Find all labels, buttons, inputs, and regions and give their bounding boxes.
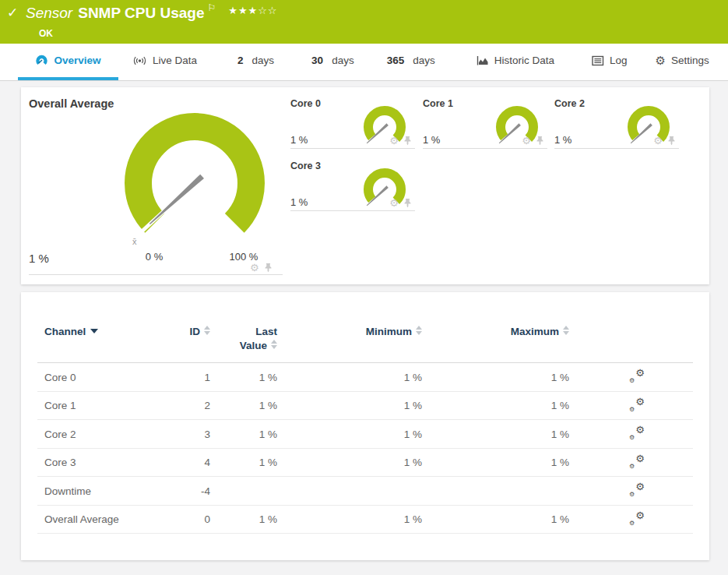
priority-flag-icon[interactable]: ⚐ bbox=[207, 2, 216, 13]
channel-minimum: 1 % bbox=[280, 420, 425, 449]
sensor-name: SNMP CPU Usage bbox=[78, 5, 204, 21]
live-broadcast-icon bbox=[132, 55, 147, 66]
table-row: Core 0 1 1 % 1 % 1 % ⚙⚙ bbox=[37, 363, 693, 392]
status-badge: OK bbox=[39, 28, 53, 39]
sort-icon bbox=[416, 326, 422, 335]
core-label: Core 0 bbox=[290, 98, 321, 109]
status-ok-check-icon: ✓ bbox=[7, 5, 18, 20]
sensor-header: ✓ SensorSNMP CPU Usage⚐★★★☆☆ OK bbox=[0, 0, 728, 44]
gauge-min-label: 0 % bbox=[131, 251, 178, 263]
core-gauge-tools: ⚙ bbox=[389, 135, 412, 146]
core-0-gauge-cell: Core 0 1 % ⚙ bbox=[290, 98, 415, 149]
settings-gear-icon: ⚙ bbox=[656, 54, 666, 68]
channel-id: 3 bbox=[162, 420, 213, 449]
core-value: 1 % bbox=[290, 134, 308, 146]
channel-id: 0 bbox=[162, 505, 213, 534]
table-header-row: Channel ID LastValue Minimum Maximum bbox=[37, 325, 693, 363]
channel-id: -4 bbox=[162, 477, 213, 506]
overall-cell-divider bbox=[29, 274, 283, 275]
column-header-id[interactable]: ID bbox=[162, 325, 213, 363]
table-row: Downtime -4 ⚙⚙ bbox=[37, 477, 693, 506]
gauge-needle bbox=[149, 175, 204, 224]
tab-historic-data[interactable]: Historic Data bbox=[477, 44, 554, 80]
channel-name[interactable]: Core 2 bbox=[37, 420, 162, 449]
stars-filled[interactable]: ★★★ bbox=[228, 5, 258, 16]
channel-settings-gears-icon[interactable]: ⚙⚙ bbox=[629, 426, 645, 439]
gauge-settings-gear-icon[interactable]: ⚙ bbox=[389, 135, 399, 146]
gauge-settings-gear-icon[interactable]: ⚙ bbox=[653, 135, 663, 146]
mean-marker: x̄ bbox=[132, 237, 137, 246]
tab-log[interactable]: Log bbox=[592, 44, 628, 80]
priority-stars[interactable]: ★★★☆☆ bbox=[228, 5, 277, 16]
tab-label: days bbox=[252, 55, 275, 66]
channel-name[interactable]: Core 3 bbox=[37, 448, 162, 477]
channel-last-value: 1 % bbox=[213, 420, 280, 449]
column-header-maximum[interactable]: Maximum bbox=[425, 325, 572, 363]
channel-minimum: 1 % bbox=[280, 505, 425, 534]
tab-number: 30 bbox=[311, 55, 323, 66]
channel-minimum: 1 % bbox=[280, 391, 425, 420]
table-row: Core 1 2 1 % 1 % 1 % ⚙⚙ bbox=[37, 391, 693, 420]
channel-name[interactable]: Downtime bbox=[37, 477, 162, 506]
channel-last-value bbox=[213, 477, 280, 506]
table-row: Overall Average 0 1 % 1 % 1 % ⚙⚙ bbox=[37, 505, 693, 534]
tab-label: days bbox=[413, 55, 435, 66]
channel-last-value: 1 % bbox=[213, 448, 280, 477]
log-list-icon bbox=[592, 55, 604, 66]
tab-label: Settings bbox=[671, 55, 709, 66]
channel-maximum: 1 % bbox=[425, 420, 572, 449]
core-gauge-tools: ⚙ bbox=[653, 135, 676, 146]
column-header-minimum[interactable]: Minimum bbox=[280, 325, 425, 363]
channel-settings-gears-icon[interactable]: ⚙⚙ bbox=[629, 512, 645, 525]
area-chart-icon bbox=[477, 55, 489, 66]
table-row: Core 2 3 1 % 1 % 1 % ⚙⚙ bbox=[37, 420, 693, 449]
channel-name[interactable]: Core 0 bbox=[37, 363, 162, 392]
channels-panel: Channel ID LastValue Minimum Maximum Cor… bbox=[21, 292, 709, 560]
core-label: Core 3 bbox=[290, 161, 321, 171]
core-value: 1 % bbox=[554, 134, 571, 146]
column-header-channel[interactable]: Channel bbox=[37, 325, 162, 363]
tab-label: days bbox=[332, 55, 354, 66]
pin-icon[interactable] bbox=[264, 263, 273, 273]
channel-settings-gears-icon[interactable]: ⚙⚙ bbox=[629, 483, 645, 496]
tab-number: 365 bbox=[387, 55, 405, 66]
channel-table: Channel ID LastValue Minimum Maximum Cor… bbox=[37, 325, 693, 534]
channel-settings-gears-icon[interactable]: ⚙⚙ bbox=[629, 455, 645, 468]
tab-365-days[interactable]: 365 days bbox=[387, 44, 435, 80]
channel-name[interactable]: Overall Average bbox=[37, 505, 162, 534]
gauge-settings-gear-icon[interactable]: ⚙ bbox=[250, 262, 259, 273]
channel-last-value: 1 % bbox=[213, 391, 280, 420]
gauge-settings-gear-icon[interactable]: ⚙ bbox=[389, 197, 399, 209]
channel-maximum: 1 % bbox=[425, 391, 572, 420]
pin-icon[interactable] bbox=[667, 136, 676, 146]
overall-average-label: Overall Average bbox=[29, 97, 114, 110]
channel-maximum: 1 % bbox=[425, 363, 572, 392]
core-gauge-tools: ⚙ bbox=[389, 197, 412, 209]
channel-id: 1 bbox=[162, 363, 213, 392]
pin-icon[interactable] bbox=[536, 136, 544, 146]
pin-icon[interactable] bbox=[403, 198, 412, 208]
stars-empty[interactable]: ☆☆ bbox=[258, 5, 277, 16]
overall-gauge-tools: ⚙ bbox=[250, 262, 273, 273]
gauge-settings-gear-icon[interactable]: ⚙ bbox=[522, 135, 531, 146]
column-header-last-value[interactable]: LastValue bbox=[213, 325, 280, 363]
tab-settings[interactable]: ⚙ Settings bbox=[656, 44, 709, 80]
tab-label: Log bbox=[610, 55, 628, 66]
tab-label: Live Data bbox=[153, 55, 197, 66]
tab-30-days[interactable]: 30 days bbox=[311, 44, 354, 80]
page-title: SensorSNMP CPU Usage⚐★★★☆☆ bbox=[26, 2, 278, 22]
tab-live-data[interactable]: Live Data bbox=[132, 44, 197, 80]
channel-name[interactable]: Core 1 bbox=[37, 391, 162, 420]
core-value: 1 % bbox=[290, 196, 308, 208]
tab-overview[interactable]: Overview bbox=[18, 44, 118, 80]
channel-minimum bbox=[280, 477, 425, 506]
tab-2-days[interactable]: 2 days bbox=[237, 44, 274, 80]
channel-id: 4 bbox=[162, 448, 213, 477]
pin-icon[interactable] bbox=[403, 136, 412, 146]
core-label: Core 2 bbox=[554, 98, 585, 109]
sort-icon bbox=[271, 340, 277, 349]
overall-average-gauge: x̄ bbox=[109, 111, 280, 255]
tab-label: Overview bbox=[54, 55, 100, 66]
channel-settings-gears-icon[interactable]: ⚙⚙ bbox=[629, 398, 645, 411]
channel-settings-gears-icon[interactable]: ⚙⚙ bbox=[629, 369, 645, 383]
